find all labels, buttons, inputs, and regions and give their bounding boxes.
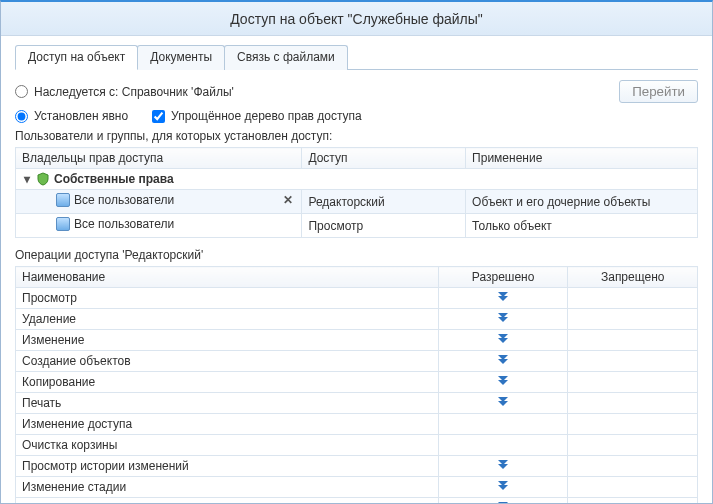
inherit-label: Наследуется с: Справочник 'Файлы' — [34, 85, 234, 99]
allowed-cell[interactable] — [438, 435, 568, 456]
denied-cell[interactable] — [568, 435, 698, 456]
window-title: Доступ на объект "Служебные файлы" — [1, 2, 712, 36]
op-name-cell: Просмотр — [16, 288, 439, 309]
denied-cell[interactable] — [568, 288, 698, 309]
col-denied[interactable]: Запрещено — [568, 267, 698, 288]
op-name-cell: Изменение — [16, 330, 439, 351]
inherit-radio-row[interactable]: Наследуется с: Справочник 'Файлы' — [15, 85, 234, 99]
allowed-cell[interactable] — [438, 414, 568, 435]
allowed-cell[interactable] — [438, 477, 568, 498]
users-groups-caption: Пользователи и группы, для которых устан… — [15, 129, 698, 143]
op-name-cell: Печать — [16, 393, 439, 414]
allowed-cell[interactable] — [438, 393, 568, 414]
denied-cell[interactable] — [568, 330, 698, 351]
access-cell: Просмотр — [302, 214, 466, 238]
ops-table[interactable]: Наименование Разрешено Запрещено Просмот… — [15, 266, 698, 504]
chevron-down-icon — [496, 460, 510, 470]
tab-strip: Доступ на объект Документы Связь с файла… — [15, 44, 698, 70]
op-name-cell: Изменение стадии — [16, 477, 439, 498]
col-op-name[interactable]: Наименование — [16, 267, 439, 288]
table-row[interactable]: Все пользователи ✕ Редакторский Объект и… — [16, 190, 698, 214]
chevron-down-icon — [496, 334, 510, 344]
ops-row[interactable]: Просмотр — [16, 288, 698, 309]
col-apply[interactable]: Применение — [466, 148, 698, 169]
op-name-cell: Установка подписи — [16, 498, 439, 505]
op-name-cell: Просмотр истории изменений — [16, 456, 439, 477]
denied-cell[interactable] — [568, 393, 698, 414]
explicit-radio-row[interactable]: Установлен явно — [15, 109, 128, 123]
op-name-cell: Создание объектов — [16, 351, 439, 372]
allowed-cell[interactable] — [438, 456, 568, 477]
owner-cell: Все пользователи — [74, 193, 174, 207]
allowed-cell[interactable] — [438, 330, 568, 351]
denied-cell[interactable] — [568, 309, 698, 330]
shield-icon — [36, 172, 50, 186]
group-label: Собственные права — [54, 172, 174, 186]
chevron-down-icon — [496, 481, 510, 491]
chevron-down-icon — [496, 292, 510, 302]
group-own-rights[interactable]: ▾ Собственные права — [16, 169, 698, 190]
goto-button[interactable]: Перейти — [619, 80, 698, 103]
denied-cell[interactable] — [568, 456, 698, 477]
apply-cell: Только объект — [466, 214, 698, 238]
allowed-cell[interactable] — [438, 309, 568, 330]
apply-cell: Объект и его дочерние объекты — [466, 190, 698, 214]
allowed-cell[interactable] — [438, 288, 568, 309]
ops-row[interactable]: Просмотр истории изменений — [16, 456, 698, 477]
op-name-cell: Очистка корзины — [16, 435, 439, 456]
explicit-label: Установлен явно — [34, 109, 128, 123]
tab-access[interactable]: Доступ на объект — [15, 45, 138, 70]
rights-table[interactable]: Владельцы прав доступа Доступ Применение… — [15, 147, 698, 238]
denied-cell[interactable] — [568, 351, 698, 372]
denied-cell[interactable] — [568, 498, 698, 505]
clear-icon[interactable]: ✕ — [281, 193, 295, 207]
ops-row[interactable]: Копирование — [16, 372, 698, 393]
expand-icon[interactable]: ▾ — [22, 172, 32, 186]
chevron-down-icon — [496, 376, 510, 386]
ops-row[interactable]: Изменение стадии — [16, 477, 698, 498]
op-name-cell: Удаление — [16, 309, 439, 330]
ops-row[interactable]: Изменение — [16, 330, 698, 351]
chevron-down-icon — [496, 313, 510, 323]
ops-row[interactable]: Установка подписи — [16, 498, 698, 505]
access-cell: Редакторский — [302, 190, 466, 214]
simplified-checkbox[interactable] — [152, 110, 165, 123]
ops-row[interactable]: Удаление — [16, 309, 698, 330]
owner-cell: Все пользователи — [74, 217, 174, 231]
op-name-cell: Копирование — [16, 372, 439, 393]
table-row[interactable]: Все пользователи Просмотр Только объект — [16, 214, 698, 238]
ops-row[interactable]: Изменение доступа — [16, 414, 698, 435]
denied-cell[interactable] — [568, 414, 698, 435]
simplified-check-row[interactable]: Упрощённое дерево прав доступа — [152, 109, 362, 123]
tab-documents[interactable]: Документы — [137, 45, 225, 70]
denied-cell[interactable] — [568, 477, 698, 498]
allowed-cell[interactable] — [438, 372, 568, 393]
explicit-radio[interactable] — [15, 110, 28, 123]
ops-row[interactable]: Создание объектов — [16, 351, 698, 372]
op-name-cell: Изменение доступа — [16, 414, 439, 435]
users-icon — [56, 193, 70, 207]
allowed-cell[interactable] — [438, 498, 568, 505]
denied-cell[interactable] — [568, 372, 698, 393]
col-access[interactable]: Доступ — [302, 148, 466, 169]
allowed-cell[interactable] — [438, 351, 568, 372]
col-allowed[interactable]: Разрешено — [438, 267, 568, 288]
simplified-label: Упрощённое дерево прав доступа — [171, 109, 362, 123]
col-owner[interactable]: Владельцы прав доступа — [16, 148, 302, 169]
inherit-radio[interactable] — [15, 85, 28, 98]
ops-row[interactable]: Печать — [16, 393, 698, 414]
users-icon — [56, 217, 70, 231]
tab-files[interactable]: Связь с файлами — [224, 45, 348, 70]
chevron-down-icon — [496, 355, 510, 365]
ops-caption: Операции доступа 'Редакторский' — [15, 248, 698, 262]
chevron-down-icon — [496, 397, 510, 407]
ops-row[interactable]: Очистка корзины — [16, 435, 698, 456]
